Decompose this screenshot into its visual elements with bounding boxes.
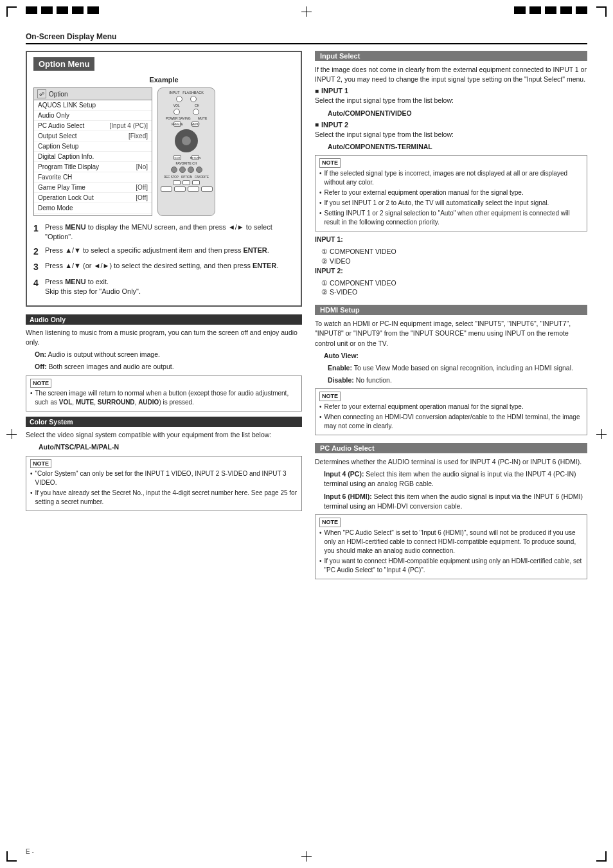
pc-audio-note: NOTE When "PC Audio Select" is set to "I… [315, 514, 587, 579]
color-system-options: Auto/NTSC/PAL-M/PAL-N [26, 442, 302, 452]
corner-mark-tr [596, 6, 607, 17]
input-select-intro: If the image does not come in clearly fr… [315, 65, 587, 84]
page-title: On-Screen Display Menu [26, 32, 587, 44]
audio-only-note: NOTE The screen image will return to nor… [26, 375, 302, 412]
step-2: 2 Press ▲/▼ to select a specific adjustm… [33, 246, 294, 258]
remote-dpad [175, 129, 198, 152]
menu-row-game: Game Play Time [Off] [34, 183, 152, 193]
pc-audio-header: PC Audio Select [315, 443, 587, 453]
remote-color-btns [171, 167, 202, 173]
remote-return-btn: RETURN [191, 155, 199, 160]
color-system-body: Select the video signal system compatibl… [26, 430, 302, 440]
remote-rec-btn [173, 180, 181, 185]
hdmi-note-1: Refer to your external equipment operati… [319, 402, 583, 411]
input-select-note-title: NOTE [319, 158, 341, 168]
input1-body: Select the input signal type from the li… [315, 96, 587, 105]
remote-b-btn [179, 167, 186, 173]
menu-mockup: ☍ Option AQUOS LINK Setup Audio Only PC … [33, 87, 152, 216]
remote-enter-btn [182, 136, 191, 145]
audio-only-header: Audio Only [26, 314, 302, 325]
remote-power-row [173, 109, 199, 115]
input1-options: Auto/COMPONENT/VIDEO [315, 109, 587, 118]
remote-flashback-btn [190, 96, 197, 102]
pc-audio-input6: Input 6 (HDMI): Select this item when th… [315, 492, 587, 511]
color-system-note-1: "Color System" can only be set for the I… [30, 469, 298, 487]
menu-row-audio-only: Audio Only [34, 111, 152, 121]
hdmi-note: NOTE Refer to your external equipment op… [315, 388, 587, 435]
pc-audio-note-1: When "PC Audio Select" is set to "Input … [319, 529, 583, 556]
hdmi-auto-view-label: Auto View: [315, 351, 587, 361]
input2-header: INPUT 2 [315, 121, 587, 129]
remote-d-btn [196, 167, 202, 173]
menu-row-pc-audio: PC Audio Select [Input 4 (PC)] [34, 121, 152, 131]
input-select-section: Input Select If the image does not come … [315, 51, 587, 297]
audio-only-off: Off: Both screen images and audio are ou… [26, 362, 302, 372]
remote-menu-btn: MENU [191, 122, 199, 127]
remote-top-text: INPUT FLASHBACK [161, 91, 212, 95]
pc-audio-intro: Determines whether the AUDIO terminal is… [315, 457, 587, 467]
remote-stop-btn [182, 180, 190, 185]
example-area: ☍ Option AQUOS LINK Setup Audio Only PC … [33, 87, 294, 216]
pc-audio-note-title: NOTE [319, 518, 341, 527]
main-layout: Option Menu Example ☍ Option AQUOS LINK … [26, 51, 587, 587]
menu-row-aquos: AQUOS LINK Setup [34, 100, 152, 111]
menu-row-program: Program Title Display [No] [34, 162, 152, 172]
crosshair-top [301, 6, 312, 17]
remote-input-btn [176, 96, 182, 102]
menu-row-operation: Operation Lock Out [Off] [34, 193, 152, 203]
hdmi-setup-header: HDMI Setup [315, 305, 587, 315]
audio-only-body: When listening to music from a music pro… [26, 328, 302, 347]
hdmi-note-title: NOTE [319, 392, 341, 401]
option-menu-box: Option Menu Example ☍ Option AQUOS LINK … [26, 51, 302, 307]
top-squares-right [514, 6, 587, 14]
example-label: Example [33, 76, 294, 84]
remote-bottom-row2 [161, 186, 213, 192]
hdmi-enable: Enable: To use View Mode based on signal… [315, 363, 587, 373]
hdmi-setup-intro: To watch an HDMI or PC-IN equipment imag… [315, 319, 587, 348]
input1-list-label: INPUT 1: [315, 235, 587, 244]
input1-list: ① COMPONENT VIDEO ② VIDEO [315, 247, 587, 266]
color-system-note-title: NOTE [30, 459, 51, 469]
remote-exit-return-row: EXIT RETURN [173, 155, 199, 160]
audio-only-note-bullet: The screen image will return to normal w… [30, 389, 298, 407]
remote-option-btn [192, 180, 200, 185]
hdmi-disable: Disable: No function. [315, 375, 587, 385]
remote-freeze-menu-row: FREEZE MENU [173, 122, 199, 127]
remote-vol-ch-text: VOLCH [161, 104, 212, 107]
remote-mute-btn [193, 109, 199, 115]
input2-list-item-2: ② S-VIDEO [321, 287, 587, 297]
input-note-4: Setting INPUT 1 or 2 signal selection to… [319, 209, 583, 227]
crosshair-right [596, 429, 607, 439]
hdmi-setup-section: HDMI Setup To watch an HDMI or PC-IN equ… [315, 305, 587, 435]
input-select-header: Input Select [315, 51, 587, 61]
remote-mockup: INPUT FLASHBACK VOLCH [157, 87, 215, 216]
color-system-header: Color System [26, 417, 302, 427]
menu-header: ☍ Option [34, 88, 152, 100]
pc-audio-section: PC Audio Select Determines whether the A… [315, 443, 587, 579]
remote-sleep-btn [161, 186, 172, 192]
top-squares-left [26, 6, 99, 14]
left-column: Option Menu Example ☍ Option AQUOS LINK … [26, 51, 302, 587]
corner-mark-bl [6, 851, 17, 862]
input2-body: Select the input signal type from the li… [315, 130, 587, 140]
menu-option-icon: ☍ [37, 89, 46, 98]
page-content: On-Screen Display Menu Option Menu Examp… [26, 19, 587, 587]
remote-a-btn [171, 167, 177, 173]
remote-power-btn [173, 109, 180, 115]
input2-list-label: INPUT 2: [315, 266, 587, 276]
color-system-note-2: If you have already set the Secret No., … [30, 489, 298, 507]
remote-bottom-row1 [173, 180, 200, 185]
menu-row-output: Output Select [Fixed] [34, 131, 152, 141]
crosshair-left [6, 429, 17, 439]
input-note-1: If the selected signal type is incorrect… [319, 169, 583, 187]
option-menu-title: Option Menu [33, 57, 94, 71]
remote-image: INPUT FLASHBACK VOLCH [157, 87, 215, 216]
input1-list-item-1: ① COMPONENT VIDEO [321, 247, 587, 257]
step-4: 4 Press MENU to exit.Skip this step for … [33, 277, 294, 297]
input-note-3: If you set INPUT 1 or 2 to Auto, the TV … [319, 199, 583, 208]
input-note-2: Refer to your external equipment operati… [319, 188, 583, 197]
menu-row-caption: Caption Setup [34, 141, 152, 152]
corner-mark-tl [6, 6, 17, 17]
color-system-note: NOTE "Color System" can only be set for … [26, 456, 302, 512]
pc-audio-input4: Input 4 (PC): Select this item when the … [315, 469, 587, 489]
